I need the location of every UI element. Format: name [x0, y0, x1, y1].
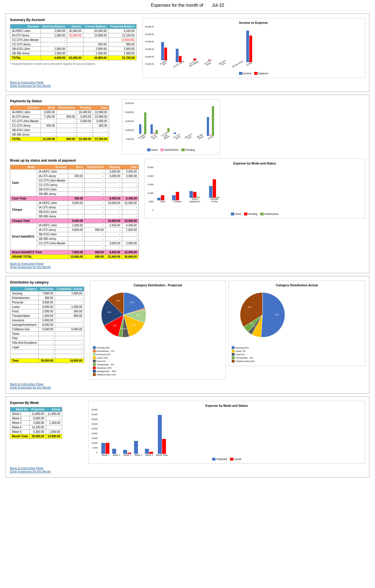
summary-income: 22,000.00 [67, 33, 83, 38]
summary-current: 2,000.00 [83, 47, 108, 51]
back-instruction-link-4[interactable]: Back to Instruction Page [10, 466, 365, 470]
section-category: Distribution by category Category Projec… [6, 276, 369, 394]
breakdown-title: Break up by status and mode of payment [10, 159, 139, 162]
svg-text:13%: 13% [116, 300, 120, 302]
summary-projected: 2,000.00 [109, 47, 137, 51]
weekly-bar-chart: Expense by Mode and Status 45,00040,0003… [88, 401, 365, 464]
summary-note: * Projected balance of credit card is de… [10, 62, 137, 65]
summary-current: - [83, 38, 108, 42]
summary-projected: 9,100.00 [109, 29, 137, 33]
summary-opening: 2,000.00 [41, 47, 67, 51]
svg-text:51%: 51% [275, 314, 279, 316]
weekly-title: Expense By Week [10, 401, 83, 405]
page-title: Expenses for the month of Jul-10 [0, 0, 375, 11]
pie-actual-area: Category Distribution-Actual 51%7%3%5%34… [229, 280, 365, 380]
weekly-table-area: Expense By Week Week No Projected Actual… [10, 401, 83, 464]
section3-links: Back to Instruction Page Enter Expenses … [10, 382, 365, 389]
enter-expenses-link-2[interactable]: Enter Expenses for the Month [10, 265, 365, 269]
summary-current: 15,900.00 [83, 33, 108, 38]
summary-current: 25,500.00 [83, 29, 108, 33]
summary-title: Summary By Account [10, 18, 137, 22]
enter-expenses-link-1[interactable]: Enter Expenses for the Month [10, 84, 365, 87]
col-projected: Projected Balance [109, 24, 137, 29]
summary-table: Account Opening Balance Income Current B… [10, 24, 137, 60]
category-title: Distribution by category [10, 280, 84, 284]
pie-projected-title: Category Distribution - Projected [93, 283, 223, 287]
section4-links: Back to Instruction Page Enter Expenses … [10, 466, 365, 473]
section-payments: Payments by Status Account Done Partial-… [6, 95, 369, 273]
pay-col-total: Total [93, 106, 109, 110]
summary-opening: - [41, 42, 67, 47]
summary-account: SB-SBI-Jenny [10, 51, 41, 56]
summary-projected: (3,000.00) [109, 38, 137, 42]
summary-income [67, 42, 83, 47]
summary-opening: 1,000.00 [41, 51, 67, 56]
weekly-table: Week No Projected Actual Week 1 11,800.0… [10, 407, 62, 439]
summary-income: 30,000.00 [67, 29, 83, 33]
col-opening: Opening Balance [41, 24, 67, 29]
pie-projected-area: Category Distribution - Projected 20%10%… [90, 280, 226, 380]
enter-expenses-link-4[interactable]: Enter Expenses for the Month [10, 470, 365, 473]
section2-links: Back to Instruction Page Enter Expenses … [10, 262, 365, 269]
weekly-chart-area: Expense by Mode and Status 45,00040,0003… [88, 401, 365, 464]
summary-account: SB-ICICI-John [10, 47, 41, 51]
expense-mode-status-chart: Expense by Mode and Status 25,00020,0001… [144, 159, 365, 219]
chart-title-income-expense: Income vs Expense [145, 21, 362, 24]
breakdown-table: Mode Account Done Partial-Done Pending T… [10, 165, 139, 259]
payments-table: Account Done Partial-Done Pending Total … [10, 105, 109, 141]
summary-opening: 1,000.00 [41, 33, 67, 38]
summary-income [67, 47, 83, 51]
svg-text:5%: 5% [124, 328, 126, 330]
svg-text:13%: 13% [113, 325, 117, 327]
summary-projected: 12,100.00 [109, 33, 137, 38]
breakdown-area: Break up by status and mode of payment M… [10, 159, 139, 259]
svg-text:7%: 7% [257, 327, 260, 329]
summary-account: CC-CITI-Jenny [10, 42, 41, 47]
svg-text:20%: 20% [107, 311, 111, 313]
summary-current: 1,000.00 [83, 51, 108, 56]
summary-income [67, 51, 83, 56]
svg-text:10%: 10% [136, 314, 140, 316]
summary-projected: 1,000.00 [109, 51, 137, 56]
back-instruction-link-1[interactable]: Back to Instruction Page [10, 81, 365, 84]
col-income: Income [67, 24, 83, 29]
chart2-title: Expense by Mode and Status [147, 162, 362, 165]
category-table-area: Distribution by category Category Projec… [10, 280, 84, 380]
pie-projected-chart: Category Distribution - Projected 20%10%… [90, 280, 226, 380]
summary-total-label: TOTAL [10, 56, 41, 60]
payments-status-chart: 25,000.0020,000.0015,000.0010,000.005,00… [122, 99, 220, 154]
pay-col-partial: Partial-Done [57, 106, 77, 110]
summary-table-area: Summary By Account Account Opening Balan… [10, 18, 137, 78]
category-table: Category Projected Completed - Actual Ho… [10, 287, 84, 363]
back-instruction-link-2[interactable]: Back to Instruction Page [10, 262, 365, 265]
svg-text:5%: 5% [250, 323, 253, 325]
summary-opening: - [41, 38, 67, 42]
pie-actual-chart: Category Distribution-Actual 51%7%3%5%34… [229, 280, 365, 366]
enter-expenses-link-3[interactable]: Enter Expenses for the Month [10, 386, 365, 389]
svg-text:15%: 15% [131, 324, 135, 326]
svg-text:20%: 20% [130, 301, 134, 303]
pie-actual-title: Category Distribution-Actual [232, 283, 362, 287]
summary-opening: 2,000.00 [41, 29, 67, 33]
section1-links: Back to Instruction Page Enter Expenses … [10, 81, 365, 87]
pay-col-pending: Pending [77, 106, 93, 110]
col-current: Current Balance [83, 24, 108, 29]
payments-chart-area: 25,000.0020,000.0015,000.0010,000.005,00… [122, 99, 365, 154]
summary-current: 500.00 [83, 42, 108, 47]
summary-chart-area: Income vs Expense 60,000.0050,000.0040,0… [142, 18, 365, 78]
summary-account: CC-CITI-John-Master [10, 38, 41, 42]
col-account: Account [10, 24, 41, 29]
summary-income [67, 38, 83, 42]
category-charts-area: Category Distribution - Projected 20%10%… [90, 280, 365, 380]
payments-table-area: Payments by Status Account Done Partial-… [10, 99, 116, 154]
income-expense-chart: Income vs Expense 60,000.0050,000.0040,0… [142, 18, 365, 78]
payments-title: Payments by Status [10, 99, 116, 103]
summary-account: IA-HDFC-John [10, 29, 41, 33]
section-summary: Summary By Account Account Opening Balan… [6, 13, 369, 92]
svg-text:34%: 34% [248, 306, 252, 308]
back-instruction-link-3[interactable]: Back to Instruction Page [10, 382, 365, 386]
pay-col-account: Account [10, 106, 41, 110]
pay-col-done: Done [41, 106, 57, 110]
summary-account: IA-CITI-Jenny [10, 33, 41, 38]
summary-projected: 500.00 [109, 42, 137, 47]
